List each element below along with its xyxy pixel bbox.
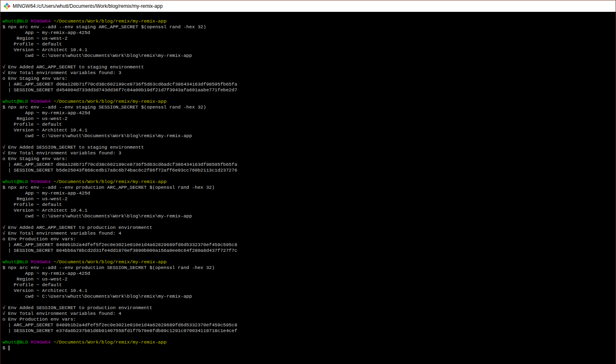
- info-line: cwd ~ C:\Users\whutt\Documents\Work\blog…: [2, 133, 616, 139]
- blank-line: [2, 219, 616, 225]
- result-line: o Env Staging env vars:: [2, 156, 616, 162]
- prompt-msystem: MINGW64: [31, 259, 50, 265]
- result-line: √ Env Added ARC_APP_SECRET to staging en…: [2, 64, 616, 70]
- result-line: | SESSION_SECRET d454004d733dd3d743dd36f…: [2, 87, 616, 93]
- info-line: Profile ~ default: [2, 122, 616, 127]
- prompt-line: whutt@BLD MINGW64 ~/Documents/Work/blog/…: [2, 339, 616, 345]
- info-line: Region ~ us-west-2: [2, 36, 616, 41]
- info-line: Version ~ Architect 10.4.1: [2, 208, 616, 213]
- blank-line: [2, 59, 616, 64]
- info-line: Region ~ us-west-2: [2, 196, 616, 202]
- result-line: | SESSION_SECRET 804bb6a78bcd2d31fe4dd18…: [2, 248, 616, 253]
- info-line: App ~ my-remix-app-425d: [2, 271, 616, 276]
- prompt-user-host: whutt@BLD: [2, 179, 28, 184]
- cursor-line: $: [2, 345, 616, 351]
- info-line: cwd ~ C:\Users\whutt\Documents\Work\blog…: [2, 53, 616, 59]
- info-line: Version ~ Architect 10.4.1: [2, 288, 616, 294]
- terminal-output[interactable]: whutt@BLD MINGW64 ~/Documents/Work/blog/…: [0, 12, 616, 364]
- result-line: √ Env Added ARC_APP_SECRET to production…: [2, 225, 616, 231]
- result-line: | ARC_APP_SECRET 8489b1b2a4dfef5f2ec0e30…: [2, 242, 616, 248]
- title-bar[interactable]: MINGW64:/c/Users/whutt/Documents/Work/bl…: [0, 0, 616, 12]
- result-line: | ARC_APP_SECRET 8489b1b2a4dfef5f2ec0e30…: [2, 322, 616, 328]
- prompt-user-host: whutt@BLD: [2, 259, 28, 265]
- blank-line: [2, 334, 616, 339]
- msys2-icon: [4, 3, 10, 9]
- blank-line: [2, 299, 616, 305]
- prompt-user-host: whutt@BLD: [2, 99, 28, 104]
- blank-line: [2, 93, 616, 99]
- window-title: MINGW64:/c/Users/whutt/Documents/Work/bl…: [13, 3, 163, 9]
- command-line: $ npx arc env --add --env staging ARC_AP…: [2, 24, 616, 30]
- result-line: | ARC_APP_SECRET d08a128b71f70cd38c60219…: [2, 162, 616, 167]
- info-line: Region ~ us-west-2: [2, 276, 616, 282]
- result-line: | SESSION_SECRET e37da6b237b81d8b9140755…: [2, 328, 616, 334]
- prompt-msystem: MINGW64: [31, 339, 50, 345]
- blank-line: [2, 173, 616, 179]
- result-line: √ Env Added SESSION_SECRET to staging en…: [2, 145, 616, 150]
- info-line: Profile ~ default: [2, 202, 616, 208]
- prompt-path: ~/Documents/Work/blog/remix/my-remix-app: [53, 99, 166, 104]
- result-line: o Env Production env vars:: [2, 317, 616, 322]
- result-line: | SESSION_SECRET b5de25043f868cedb17a8c6…: [2, 167, 616, 173]
- info-line: cwd ~ C:\Users\whutt\Documents\Work\blog…: [2, 294, 616, 299]
- result-line: | ARC_APP_SECRET d08a128b71f70cd38c60219…: [2, 81, 616, 87]
- prompt-user-host: whutt@BLD: [2, 339, 28, 345]
- prompt-line: whutt@BLD MINGW64 ~/Documents/Work/blog/…: [2, 18, 616, 24]
- info-line: Version ~ Architect 10.4.1: [2, 127, 616, 133]
- prompt-path: ~/Documents/Work/blog/remix/my-remix-app: [53, 259, 166, 265]
- prompt-user-host: whutt@BLD: [2, 18, 28, 24]
- prompt-path: ~/Documents/Work/blog/remix/my-remix-app: [53, 339, 166, 345]
- info-line: cwd ~ C:\Users\whutt\Documents\Work\blog…: [2, 213, 616, 219]
- blank-line: [2, 139, 616, 145]
- result-line: √ Env Total environment variables found:…: [2, 150, 616, 156]
- info-line: Version ~ Architect 10.4.1: [2, 47, 616, 53]
- result-line: o Env Staging env vars:: [2, 76, 616, 81]
- info-line: Profile ~ default: [2, 41, 616, 47]
- command-line: $ npx arc env --add --env production SES…: [2, 265, 616, 271]
- result-line: √ Env Total environment variables found:…: [2, 231, 616, 236]
- command-line: $ npx arc env --add --env staging SESSIO…: [2, 104, 616, 110]
- prompt-path: ~/Documents/Work/blog/remix/my-remix-app: [53, 179, 166, 184]
- result-line: √ Env Total environment variables found:…: [2, 70, 616, 76]
- info-line: App ~ my-remix-app-425d: [2, 30, 616, 36]
- prompt-msystem: MINGW64: [31, 179, 50, 184]
- result-line: o Env Production env vars:: [2, 236, 616, 242]
- command-line: $ npx arc env --add --env production ARC…: [2, 185, 616, 190]
- blank-line: [2, 253, 616, 259]
- info-line: Region ~ us-west-2: [2, 116, 616, 122]
- prompt-msystem: MINGW64: [31, 18, 50, 24]
- prompt-line: whutt@BLD MINGW64 ~/Documents/Work/blog/…: [2, 99, 616, 104]
- prompt-path: ~/Documents/Work/blog/remix/my-remix-app: [53, 18, 166, 24]
- prompt-line: whutt@BLD MINGW64 ~/Documents/Work/blog/…: [2, 179, 616, 185]
- terminal-window: MINGW64:/c/Users/whutt/Documents/Work/bl…: [0, 0, 616, 364]
- prompt-line: whutt@BLD MINGW64 ~/Documents/Work/blog/…: [2, 259, 616, 265]
- result-line: √ Env Total environment variables found:…: [2, 311, 616, 317]
- text-cursor: [9, 346, 9, 350]
- info-line: App ~ my-remix-app-425d: [2, 110, 616, 116]
- info-line: App ~ my-remix-app-425d: [2, 190, 616, 196]
- info-line: Profile ~ default: [2, 282, 616, 288]
- result-line: √ Env Added SESSION_SECRET to production…: [2, 305, 616, 311]
- prompt-msystem: MINGW64: [31, 99, 50, 104]
